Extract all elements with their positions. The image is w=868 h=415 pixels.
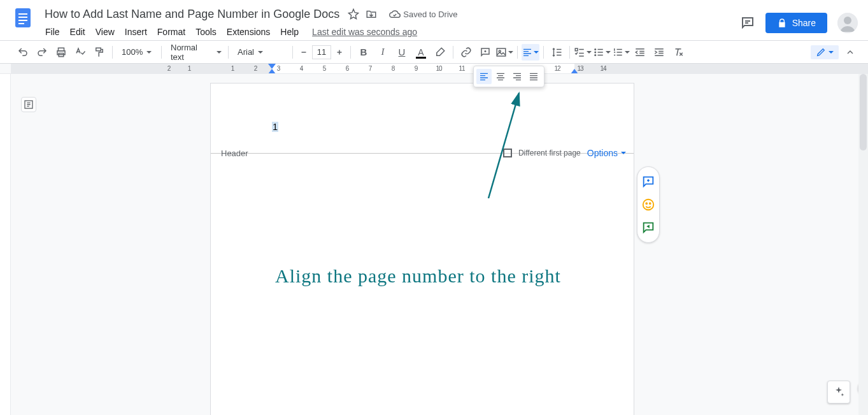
svg-point-15 [594, 51, 596, 53]
svg-rect-10 [96, 48, 101, 51]
svg-point-14 [594, 48, 596, 50]
paint-format-button[interactable] [90, 44, 108, 61]
different-first-page-checkbox[interactable] [503, 149, 512, 157]
share-button[interactable]: Share [765, 13, 827, 33]
menu-extensions[interactable]: Extensions [222, 24, 274, 40]
caret-icon [217, 51, 222, 54]
editing-mode-button[interactable] [811, 45, 839, 59]
svg-rect-17 [598, 48, 603, 50]
menu-format[interactable]: Format [153, 24, 190, 40]
horizontal-ruler[interactable]: 2 1 1 2 3 4 5 6 7 8 9 10 11 12 13 14 [0, 64, 868, 74]
paragraph-style-select[interactable]: Normal text [166, 44, 224, 61]
lock-icon [777, 18, 787, 28]
toolbar-separator [453, 46, 453, 59]
menu-insert[interactable]: Insert [120, 24, 152, 40]
menu-file[interactable]: File [41, 24, 64, 40]
title-row: How to Add Last Name and Page Number in … [41, 5, 740, 23]
left-indent-marker[interactable] [268, 69, 276, 73]
scrollbar-thumb[interactable] [860, 74, 867, 150]
svg-marker-22 [571, 69, 578, 73]
last-edit-link[interactable]: Last edit was seconds ago [312, 27, 417, 37]
caret-icon [621, 152, 626, 154]
checklist-button[interactable] [574, 44, 592, 61]
undo-button[interactable] [14, 44, 32, 61]
zoom-select[interactable]: 100% [117, 44, 157, 61]
move-icon[interactable] [365, 8, 378, 20]
italic-button[interactable]: I [374, 44, 392, 61]
redo-button[interactable] [33, 44, 51, 61]
right-indent-marker[interactable] [571, 69, 578, 73]
caret-icon [534, 51, 539, 54]
save-status[interactable]: Saved to Drive [389, 8, 457, 20]
print-button[interactable] [52, 44, 70, 61]
svg-point-26 [650, 203, 651, 204]
toolbar-separator [161, 46, 162, 59]
header-controls-right: Different first page Options [503, 148, 626, 158]
svg-point-6 [844, 17, 851, 24]
numbered-list-button[interactable] [612, 44, 630, 61]
underline-button[interactable]: U [393, 44, 411, 61]
toolbar-separator [569, 46, 570, 59]
page-number-text[interactable]: 1 [272, 122, 278, 132]
menu-help[interactable]: Help [276, 24, 303, 40]
first-line-indent-marker[interactable] [268, 64, 276, 69]
spellcheck-button[interactable] [71, 44, 89, 61]
header-control-bar: Header Different first page Options [211, 144, 634, 162]
document-title[interactable]: How to Add Last Name and Page Number in … [41, 6, 343, 22]
align-right-option[interactable] [509, 69, 525, 84]
add-comment-action[interactable] [641, 175, 655, 189]
suggest-edits-action[interactable] [641, 221, 655, 235]
explore-button[interactable] [827, 381, 850, 404]
highlight-button[interactable] [431, 44, 449, 61]
svg-point-24 [643, 200, 654, 210]
document-canvas[interactable]: 1 Header Different first page Options [11, 74, 868, 415]
bulleted-list-button[interactable] [593, 44, 611, 61]
comment-history-icon[interactable] [740, 15, 755, 31]
line-spacing-button[interactable] [548, 44, 566, 61]
ruler-number: 1 [231, 65, 234, 72]
font-size-input[interactable] [312, 45, 331, 59]
bold-button[interactable]: B [355, 44, 373, 61]
pencil-icon [816, 47, 826, 57]
insert-image-button[interactable] [495, 44, 513, 61]
toolbar-separator [228, 46, 229, 59]
vertical-scrollbar[interactable] [858, 74, 868, 415]
svg-marker-21 [268, 69, 276, 73]
header-options-button[interactable]: Options [587, 148, 626, 158]
toolbar-separator [112, 46, 113, 59]
decrease-font-button[interactable] [297, 44, 311, 61]
svg-marker-20 [268, 64, 276, 69]
vertical-ruler[interactable] [0, 74, 11, 415]
text-color-button[interactable]: A [412, 44, 430, 61]
show-outline-button[interactable] [21, 97, 36, 112]
star-icon[interactable] [347, 8, 360, 20]
emoji-reaction-action[interactable] [641, 198, 655, 212]
clear-formatting-button[interactable] [669, 44, 687, 61]
increase-indent-button[interactable] [650, 44, 668, 61]
menu-edit[interactable]: Edit [66, 24, 90, 40]
insert-link-button[interactable] [457, 44, 475, 61]
align-justify-option[interactable] [526, 69, 541, 84]
ruler-number: 14 [600, 65, 606, 72]
caret-icon [258, 51, 263, 54]
user-avatar[interactable] [837, 13, 858, 33]
menu-tools[interactable]: Tools [191, 24, 221, 40]
svg-rect-1 [18, 13, 27, 15]
increase-font-button[interactable] [332, 44, 346, 61]
document-page[interactable]: 1 Header Different first page Options [210, 83, 634, 415]
font-select[interactable]: Arial [232, 44, 288, 61]
menu-view[interactable]: View [91, 24, 119, 40]
svg-rect-2 [18, 17, 27, 18]
page-header-area[interactable]: 1 Header Different first page Options [211, 84, 634, 154]
align-button[interactable] [522, 44, 539, 61]
align-center-option[interactable] [493, 69, 508, 84]
ruler-number: 7 [369, 65, 372, 72]
align-left-option[interactable] [476, 69, 492, 84]
docs-logo[interactable] [10, 5, 36, 31]
caret-icon [829, 51, 834, 54]
toolbar-separator [292, 46, 293, 59]
add-comment-button[interactable] [476, 44, 494, 61]
decrease-indent-button[interactable] [631, 44, 649, 61]
collapse-toolbar-button[interactable] [841, 44, 859, 61]
svg-rect-19 [598, 54, 603, 55]
